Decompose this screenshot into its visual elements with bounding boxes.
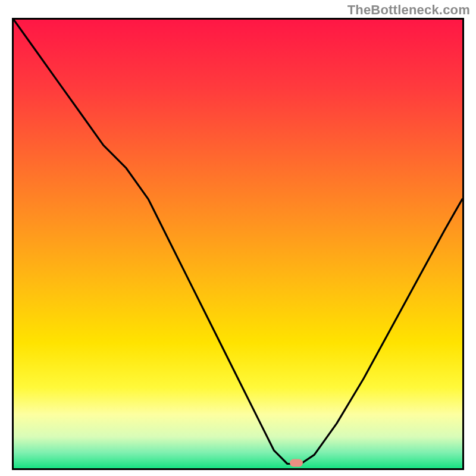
watermark-text: TheBottleneck.com [347,2,470,18]
plot-area [12,18,464,470]
chart-frame: TheBottleneck.com [0,0,476,476]
optimal-point-marker [290,459,303,466]
bottleneck-curve [14,20,462,468]
